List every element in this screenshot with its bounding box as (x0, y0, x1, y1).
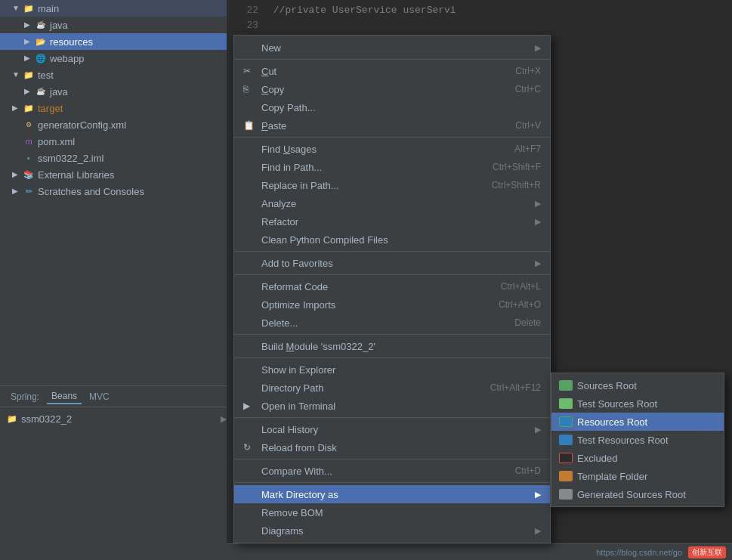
cm-item-optimize[interactable]: Optimize Imports Ctrl+Alt+O (234, 295, 550, 314)
folder-icon-ssm: 📁 (6, 413, 18, 425)
cm-label-find-usages: Find Usages (261, 144, 499, 155)
code-line-22: 22 //private UserService userServi (236, 3, 723, 18)
expand-arrow-ssm[interactable]: ▶ (221, 414, 227, 424)
cm-sep-4 (234, 274, 550, 275)
cm-item-show-explorer[interactable]: Show in Explorer (234, 360, 550, 379)
sm-label-template-folder: Template Folder (577, 471, 647, 482)
watermark-brand: 创新互联 (688, 546, 726, 558)
cm-item-analyze[interactable]: Analyze ▶ (234, 194, 550, 212)
tree-item-scratches[interactable]: ▶ ✏ Scratches and Consoles (0, 183, 227, 200)
cm-item-compare[interactable]: Compare With... Ctrl+D (234, 462, 550, 480)
cm-shortcut-find-usages: Alt+F7 (514, 144, 541, 154)
tree-item-target[interactable]: ▶ 📁 target (0, 100, 227, 116)
cm-item-reformat[interactable]: Reformat Code Ctrl+Alt+L (234, 277, 550, 295)
cm-item-clean[interactable]: Clean Python Compiled Files (234, 230, 550, 249)
tree-item-test-java[interactable]: ▶ ☕ java (0, 83, 227, 100)
tree-label-main: main (38, 3, 59, 14)
cm-shortcut-cut: Ctrl+X (515, 66, 541, 76)
cm-item-reload[interactable]: ↻ Reload from Disk (234, 438, 550, 456)
terminal-icon: ▶ (243, 401, 257, 411)
tree-label-ext: External Libraries (38, 169, 114, 181)
cm-label-copy-path: Copy Path... (261, 102, 541, 113)
cm-label-paste: Paste (261, 120, 500, 131)
cm-item-find-usages[interactable]: Find Usages Alt+F7 (234, 140, 550, 158)
sm-item-excluded[interactable]: Excluded (551, 449, 724, 467)
cm-label-show-explorer: Show in Explorer (261, 364, 541, 376)
tree-item-java[interactable]: ▶ ☕ java (0, 17, 227, 33)
cm-item-mark-dir[interactable]: Mark Directory as ▶ (234, 485, 550, 503)
tree-arrow-webapp: ▶ (24, 54, 33, 63)
cm-item-diagrams[interactable]: Diagrams ▶ (234, 521, 550, 540)
bottom-tabs: Spring: Beans MVC (0, 386, 227, 407)
cm-item-cut[interactable]: ✂ Cut Ctrl+X (234, 62, 550, 80)
tree-item-test[interactable]: ▼ 📁 test (0, 67, 227, 83)
tree-label-java: java (50, 20, 68, 31)
iml-icon: ▪ (23, 152, 35, 164)
cm-item-dir-path[interactable]: Directory Path Ctrl+Alt+F12 (234, 379, 550, 397)
cm-label-remove-bom: Remove BOM (261, 507, 541, 518)
cm-item-local-history[interactable]: Local History ▶ (234, 420, 550, 438)
sm-item-test-sources-root[interactable]: Test Sources Root (551, 394, 724, 413)
cm-shortcut-dir-path: Ctrl+Alt+F12 (490, 382, 541, 393)
watermark: https://blog.csdn.net/go 创新互联 (227, 543, 732, 560)
sm-item-test-resources-root[interactable]: Test Resources Root (551, 431, 724, 449)
tree-item-resources[interactable]: ▶ 📂 resources (0, 33, 227, 50)
cm-item-refactor[interactable]: Refactor ▶ (234, 212, 550, 230)
cm-item-delete[interactable]: Delete... Delete (234, 314, 550, 332)
history-arrow: ▶ (535, 425, 541, 435)
analyze-arrow: ▶ (535, 199, 541, 209)
cm-item-remove-bom[interactable]: Remove BOM (234, 503, 550, 521)
cm-sep-5 (234, 334, 550, 335)
cm-shortcut-find-path: Ctrl+Shift+F (493, 162, 541, 172)
copy-icon: ⎘ (243, 84, 257, 94)
cm-shortcut-paste: Ctrl+V (515, 120, 541, 131)
sm-item-sources-root[interactable]: Sources Root (551, 376, 724, 394)
cm-item-replace-path[interactable]: Replace in Path... Ctrl+Shift+R (234, 176, 550, 194)
tree-item-generator[interactable]: ▶ ⚙ generatorConfig.xml (0, 116, 227, 133)
tree-item-iml[interactable]: ▶ ▪ ssm0322_2.iml (0, 150, 227, 166)
cm-item-find-path[interactable]: Find in Path... Ctrl+Shift+F (234, 158, 550, 176)
cm-item-open-terminal[interactable]: ▶ Open in Terminal (234, 397, 550, 415)
xml-icon-generator: ⚙ (23, 119, 35, 131)
cm-label-mark-dir: Mark Directory as (261, 489, 529, 500)
sm-item-generated-sources-root[interactable]: Generated Sources Root (551, 485, 724, 503)
cm-sep-3 (234, 251, 550, 252)
cm-label-cut: Cut (261, 66, 500, 77)
tab-beans[interactable]: Beans (47, 389, 82, 404)
tree-arrow-target: ▶ (12, 104, 21, 113)
cm-item-new[interactable]: New ▶ (234, 39, 550, 57)
bottom-item-ssm[interactable]: 📁 ssm0322_2 ▶ (0, 410, 227, 427)
cm-item-add-favorites[interactable]: Add to Favorites ▶ (234, 254, 550, 272)
tree-item-ext-lib[interactable]: ▶ 📚 External Libraries (0, 166, 227, 183)
cm-label-open-terminal: Open in Terminal (261, 401, 541, 412)
context-menu: New ▶ ✂ Cut Ctrl+X ⎘ Copy Ctrl+C Copy Pa… (233, 35, 551, 543)
cm-item-build-module[interactable]: Build Module 'ssm0322_2' (234, 337, 550, 355)
cm-item-paste[interactable]: 📋 Paste Ctrl+V (234, 116, 550, 135)
tree-label-iml: ssm0322_2.iml (38, 153, 103, 164)
tab-mvc[interactable]: MVC (85, 390, 114, 404)
tree-item-webapp[interactable]: ▶ 🌐 webapp (0, 50, 227, 67)
tab-spring[interactable]: Spring: (6, 390, 44, 404)
bottom-content: 📁 ssm0322_2 ▶ (0, 407, 227, 430)
cm-label-copy: Copy (261, 84, 500, 95)
tree-item-pom[interactable]: ▶ m pom.xml (0, 133, 227, 150)
cm-item-copy-path[interactable]: Copy Path... (234, 98, 550, 116)
cm-label-new: New (261, 42, 529, 54)
sm-item-resources-root[interactable]: Resources Root (551, 413, 724, 431)
tree-arrow-ext: ▶ (12, 170, 21, 179)
cut-icon: ✂ (243, 66, 257, 76)
cm-item-copy[interactable]: ⎘ Copy Ctrl+C (234, 80, 550, 98)
cm-shortcut-delete: Delete (514, 317, 541, 328)
sm-item-template-folder[interactable]: Template Folder (551, 467, 724, 485)
code-line-23: 23 (236, 18, 723, 33)
tree-label-resources: resources (50, 36, 93, 48)
tree-label-test: test (38, 70, 54, 81)
tree-item-main[interactable]: ▼ 📁 main (0, 0, 227, 17)
cm-label-dir-path: Directory Path (261, 382, 475, 394)
tree-label-generator: generatorConfig.xml (38, 119, 126, 131)
folder-icon-test: 📁 (23, 69, 35, 81)
code-comment-22: //private UserService userServi (273, 5, 456, 16)
cm-shortcut-replace-path: Ctrl+Shift+R (492, 180, 541, 190)
cm-shortcut-compare: Ctrl+D (515, 466, 541, 476)
sm-label-sources-root: Sources Root (577, 380, 637, 391)
